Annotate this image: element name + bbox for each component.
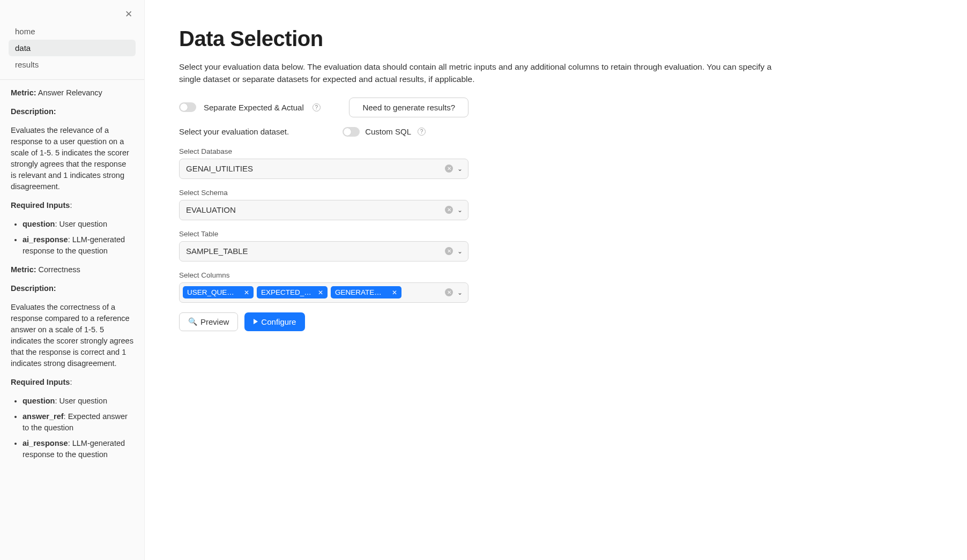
description-label: Description: [11,283,133,294]
database-field: Select Database GENAI_UTILITIES ✕ ⌄ [179,147,468,179]
chip-remove-icon[interactable]: ✕ [392,289,397,296]
table-select[interactable]: SAMPLE_TABLE ✕ ⌄ [179,241,468,262]
chip-remove-icon[interactable]: ✕ [318,289,323,296]
schema-label: Select Schema [179,189,468,197]
help-icon[interactable]: ? [418,128,426,136]
schema-value: EVALUATION [186,205,236,214]
required-inputs-label: Required Inputs: [11,200,133,211]
play-icon [254,319,258,324]
chevron-down-icon[interactable]: ⌄ [457,206,463,214]
clear-icon[interactable]: ✕ [445,288,453,296]
description-text: Evaluates the correctness of a response … [11,302,133,369]
chevron-down-icon[interactable]: ⌄ [457,289,463,296]
metric-line: Metric: Correctness [11,264,133,275]
custom-sql-group: Custom SQL ? [343,127,426,137]
input-desc: User question [59,220,107,228]
database-select[interactable]: GENAI_UTILITIES ✕ ⌄ [179,159,468,179]
input-desc: User question [59,397,107,405]
page-title: Data Selection [179,27,933,51]
nav-list: home data results [4,21,140,77]
sidebar: ✕ home data results Metric: Answer Relev… [0,0,145,560]
column-chip: GENERATED_R… ✕ [331,286,401,298]
list-item: question: User question [23,219,133,230]
metric-label: Metric: [11,88,36,97]
database-label: Select Database [179,147,468,155]
required-inputs-list: question: User question answer_ref: Expe… [23,395,133,460]
clear-icon[interactable]: ✕ [445,165,453,173]
chevron-down-icon[interactable]: ⌄ [457,248,463,255]
sidebar-content: Metric: Answer Relevancy Description: Ev… [0,87,144,479]
metric-line: Metric: Answer Relevancy [11,87,133,99]
list-item: answer_ref: Expected answer to the quest… [23,411,133,434]
input-name: question [23,220,55,228]
chip-label: USER_QUESTI… [187,288,239,296]
list-item: ai_response: LLM-generated response to t… [23,438,133,460]
chip-label: EXPECTED_RE… [261,288,313,296]
required-inputs-list: question: User question ai_response: LLM… [23,219,133,257]
select-actions: ✕ ⌄ [445,247,463,255]
table-field: Select Table SAMPLE_TABLE ✕ ⌄ [179,230,468,262]
chip-label: GENERATED_R… [335,288,386,296]
column-chip: USER_QUESTI… ✕ [183,286,254,298]
schema-select[interactable]: EVALUATION ✕ ⌄ [179,200,468,220]
sidebar-divider [0,79,144,80]
description-text: Evaluates the relevance of a response to… [11,125,133,192]
dataset-row: Select your evaluation dataset. Custom S… [179,127,468,137]
custom-sql-toggle[interactable] [343,127,360,137]
clear-icon[interactable]: ✕ [445,247,453,255]
preview-button[interactable]: 🔍 Preview [179,312,238,331]
input-name: ai_response [23,235,68,244]
configure-button[interactable]: Configure [244,312,305,331]
list-item: question: User question [23,395,133,407]
close-icon[interactable]: ✕ [125,10,132,19]
schema-field: Select Schema EVALUATION ✕ ⌄ [179,189,468,220]
select-dataset-label: Select your evaluation dataset. [179,127,289,136]
preview-label: Preview [200,317,229,326]
nav-item-data[interactable]: data [9,40,136,56]
help-icon[interactable]: ? [313,103,321,111]
nav-item-results[interactable]: results [9,56,136,73]
sidebar-close-row: ✕ [4,5,140,21]
list-item: ai_response: LLM-generated response to t… [23,234,133,257]
configure-label: Configure [261,317,296,326]
description-label: Description: [11,106,133,117]
select-actions: ✕ ⌄ [445,165,463,173]
action-row: 🔍 Preview Configure [179,312,933,331]
separate-row: Separate Expected & Actual ? Need to gen… [179,98,468,117]
required-inputs-bold: Required Inputs [11,378,70,386]
columns-select[interactable]: USER_QUESTI… ✕ EXPECTED_RE… ✕ GENERATED_… [179,282,468,303]
input-name: question [23,397,55,405]
custom-sql-label: Custom SQL [365,127,411,136]
separate-toggle-label: Separate Expected & Actual [204,103,304,112]
metric-label: Metric: [11,265,36,274]
input-name: answer_ref [23,412,64,421]
metric-name: Correctness [39,265,80,274]
select-actions: ✕ ⌄ [445,288,463,296]
intro-text: Select your evaluation data below. The e… [179,61,779,86]
separate-expected-actual-toggle[interactable] [179,102,196,112]
metric-name: Answer Relevancy [38,88,102,97]
required-inputs-label: Required Inputs: [11,377,133,388]
required-inputs-bold: Required Inputs [11,201,70,210]
columns-field: Select Columns USER_QUESTI… ✕ EXPECTED_R… [179,271,468,303]
column-chips: USER_QUESTI… ✕ EXPECTED_RE… ✕ GENERATED_… [183,286,445,298]
chevron-down-icon[interactable]: ⌄ [457,165,463,173]
sidebar-top: ✕ home data results [0,0,144,77]
input-name: ai_response [23,439,68,447]
columns-label: Select Columns [179,271,468,279]
table-label: Select Table [179,230,468,238]
column-chip: EXPECTED_RE… ✕ [257,286,328,298]
search-icon: 🔍 [188,317,197,326]
nav-item-home[interactable]: home [9,23,136,40]
main-content: Data Selection Select your evaluation da… [145,0,967,560]
clear-icon[interactable]: ✕ [445,206,453,214]
chip-remove-icon[interactable]: ✕ [244,289,249,296]
select-actions: ✕ ⌄ [445,206,463,214]
generate-results-button[interactable]: Need to generate results? [349,98,468,117]
table-value: SAMPLE_TABLE [186,247,248,256]
database-value: GENAI_UTILITIES [186,164,253,173]
